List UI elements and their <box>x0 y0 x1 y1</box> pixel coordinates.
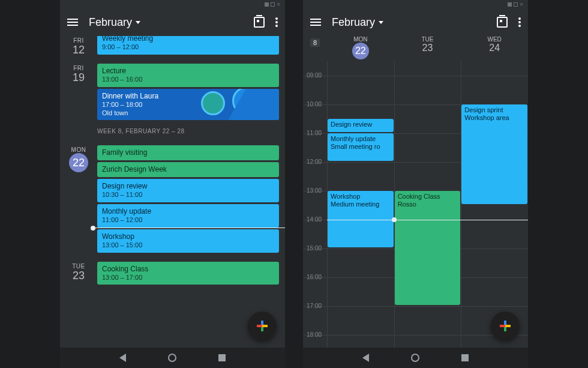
hour-label: 09:00 <box>307 72 322 79</box>
today-icon[interactable] <box>254 17 265 28</box>
plus-icon <box>500 321 511 331</box>
android-nav-bar <box>60 348 285 368</box>
day-number: 24 <box>461 43 528 53</box>
day-of-week: WED <box>461 36 528 43</box>
chevron-down-icon <box>136 21 140 24</box>
day-of-week: TUE <box>394 36 461 43</box>
day-row: FRI19Lecture13:00 – 16:00Dinner with Lau… <box>60 64 285 122</box>
day-column-header[interactable]: TUE 23 <box>394 36 461 61</box>
day-column-header[interactable]: WED 24 <box>461 36 528 61</box>
event-card[interactable]: Family visiting <box>97 145 279 160</box>
hour-row: 18:00 <box>303 335 528 348</box>
status-indicator <box>271 2 275 7</box>
chevron-down-icon <box>379 21 383 24</box>
menu-icon[interactable] <box>67 19 78 26</box>
phone-grid-view: × February 8 MON 22 TUE 23 WED 24 <box>303 0 528 368</box>
grid-event[interactable]: Monthly updateSmall meeting ro <box>328 133 394 161</box>
day-grid[interactable]: 8 MON 22 TUE 23 WED 24 09:0010:0011:0012… <box>303 36 528 348</box>
event-card[interactable]: Weekly meeting9:00 – 12:00 <box>97 36 279 55</box>
create-event-fab[interactable] <box>491 312 520 340</box>
grid-body[interactable]: 09:0010:0011:0012:0013:0014:0015:0016:00… <box>303 61 528 348</box>
status-indicator: × <box>277 2 280 7</box>
app-bar: February <box>60 8 285 36</box>
date-column: MON22 <box>60 145 97 254</box>
status-indicator <box>265 2 269 7</box>
hour-label: 15:00 <box>307 245 322 252</box>
day-number: 22 <box>352 43 369 59</box>
status-bar: × <box>303 0 528 8</box>
hour-label: 16:00 <box>307 274 322 280</box>
hour-label: 13:00 <box>307 187 322 194</box>
grid-divider <box>461 61 461 348</box>
hour-row: 09:00 <box>303 76 528 104</box>
app-bar: February <box>303 8 528 36</box>
grid-event[interactable]: Design sprintWorkshop area <box>461 104 527 204</box>
schedule-list[interactable]: FRI12Weekly meeting9:00 – 12:00FRI19Lect… <box>60 36 285 348</box>
grid-event[interactable]: Design review <box>328 119 394 132</box>
month-picker[interactable]: February <box>332 16 383 29</box>
back-button[interactable] <box>362 354 369 362</box>
event-card[interactable]: Monthly update11:00 – 12:00 <box>97 204 279 228</box>
event-card[interactable]: Zurich Design Week <box>97 162 279 177</box>
recent-button[interactable] <box>218 354 226 361</box>
today-icon[interactable] <box>497 17 508 28</box>
create-event-fab[interactable] <box>248 312 277 340</box>
back-button[interactable] <box>119 354 126 362</box>
day-row: FRI12Weekly meeting9:00 – 12:00 <box>60 36 285 56</box>
plus-icon <box>257 321 268 331</box>
hour-label: 17:00 <box>307 303 322 309</box>
menu-icon[interactable] <box>310 19 321 26</box>
day-row: MON22Family visitingZurich Design WeekDe… <box>60 145 285 254</box>
month-label: February <box>89 16 132 29</box>
hour-label: 10:00 <box>307 101 322 107</box>
week-number-badge: 8 <box>303 36 327 61</box>
month-picker[interactable]: February <box>89 16 140 29</box>
hour-label: 12:00 <box>307 158 322 165</box>
day-column-header[interactable]: MON 22 <box>327 36 394 61</box>
event-card[interactable]: Workshop13:00 – 15:00 <box>97 229 279 253</box>
status-indicator: × <box>520 2 523 7</box>
now-indicator <box>327 220 528 220</box>
home-button[interactable] <box>168 354 176 362</box>
more-icon[interactable] <box>518 17 521 27</box>
phone-schedule-view: × February FRI12Weekly meeting9:00 – 12:… <box>60 0 285 368</box>
status-indicator <box>514 2 518 7</box>
status-bar: × <box>60 0 285 8</box>
home-button[interactable] <box>411 354 419 362</box>
grid-event[interactable]: WorkshopMedium meeting <box>328 191 394 247</box>
date-column: FRI12 <box>60 36 97 56</box>
android-nav-bar <box>303 348 528 368</box>
day-header-row: 8 MON 22 TUE 23 WED 24 <box>303 36 528 61</box>
event-card[interactable]: Cooking Class13:00 – 17:00 <box>97 262 279 285</box>
event-card[interactable]: Design review10:30 – 11:00 <box>97 179 279 202</box>
more-icon[interactable] <box>275 17 278 27</box>
status-indicator <box>508 2 512 7</box>
date-column: FRI19 <box>60 64 97 122</box>
now-indicator-dot <box>392 217 397 222</box>
week-header: WEEK 8, FEBRUARY 22 – 28 <box>60 122 285 138</box>
hour-label: 18:00 <box>307 331 322 338</box>
grid-event[interactable]: Cooking ClassRosso <box>395 191 461 305</box>
recent-button[interactable] <box>461 354 469 361</box>
event-card[interactable]: Lecture13:00 – 16:00 <box>97 64 279 87</box>
day-row: TUE23Cooking Class13:00 – 17:00 <box>60 262 285 287</box>
hour-label: 11:00 <box>307 130 322 136</box>
day-of-week: MON <box>327 36 394 43</box>
date-column: TUE23 <box>60 262 97 287</box>
day-number: 23 <box>394 43 461 53</box>
hour-label: 14:00 <box>307 216 322 223</box>
month-label: February <box>332 16 375 29</box>
event-card[interactable]: Dinner with Laura17:00 – 18:00Old town <box>97 89 279 121</box>
